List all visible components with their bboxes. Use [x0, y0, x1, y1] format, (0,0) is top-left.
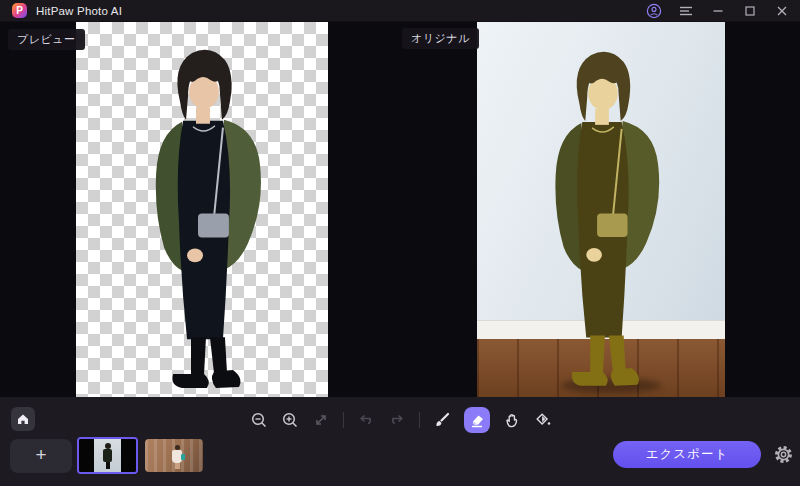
person-masked-figure	[477, 22, 725, 397]
canvas-area: プレビュー オリジナル	[0, 22, 800, 397]
original-label-badge: オリジナル	[402, 28, 479, 49]
expand-icon	[313, 412, 329, 428]
undo-button[interactable]	[357, 411, 375, 429]
toolbar-divider	[343, 412, 344, 428]
zoom-in-button[interactable]	[281, 411, 299, 429]
settings-button[interactable]	[772, 443, 794, 465]
original-canvas	[477, 22, 725, 397]
account-icon	[646, 3, 662, 19]
home-icon	[15, 411, 31, 427]
eraser-icon	[468, 411, 486, 429]
hand-button[interactable]	[503, 411, 521, 429]
app-window: P HitPaw Photo AI	[0, 0, 800, 486]
undo-icon	[357, 412, 375, 428]
hamburger-menu-icon	[678, 4, 694, 18]
maximize-button[interactable]	[736, 0, 764, 22]
toolbar-divider	[419, 412, 420, 428]
close-icon	[775, 4, 789, 18]
account-button[interactable]	[640, 0, 668, 22]
add-image-button[interactable]: +	[10, 439, 72, 473]
brush-icon	[433, 411, 451, 429]
preview-label-badge: プレビュー	[8, 29, 85, 50]
zoom-out-button[interactable]	[250, 411, 268, 429]
fill-button[interactable]	[534, 411, 552, 429]
eraser-button[interactable]	[464, 407, 490, 433]
app-logo-icon: P	[12, 3, 27, 18]
hand-icon	[503, 411, 521, 429]
close-button[interactable]	[768, 0, 796, 22]
home-button[interactable]	[11, 407, 35, 431]
minimize-icon	[711, 4, 725, 18]
window-titlebar: P HitPaw Photo AI	[0, 0, 800, 22]
tool-row	[250, 407, 552, 433]
gear-icon	[774, 445, 793, 464]
minimize-button[interactable]	[704, 0, 732, 22]
person-cutout-figure	[76, 22, 328, 397]
export-button[interactable]: エクスポート	[613, 441, 761, 468]
fill-icon	[534, 411, 552, 429]
redo-button[interactable]	[388, 411, 406, 429]
preview-canvas[interactable]	[76, 22, 328, 397]
thumbnail-portrait-photo[interactable]	[77, 437, 138, 474]
brush-button[interactable]	[433, 411, 451, 429]
expand-button[interactable]	[312, 411, 330, 429]
bottom-toolbar-region: + エクスポート	[0, 397, 800, 486]
redo-icon	[388, 412, 406, 428]
menu-button[interactable]	[672, 0, 700, 22]
thumbnail-street-photo[interactable]	[145, 439, 203, 472]
zoom-out-icon	[250, 411, 268, 429]
maximize-icon	[743, 4, 757, 18]
app-title: HitPaw Photo AI	[36, 5, 122, 17]
thumbnail-image	[94, 439, 120, 472]
thumbnail-image	[172, 445, 183, 469]
zoom-in-icon	[281, 411, 299, 429]
